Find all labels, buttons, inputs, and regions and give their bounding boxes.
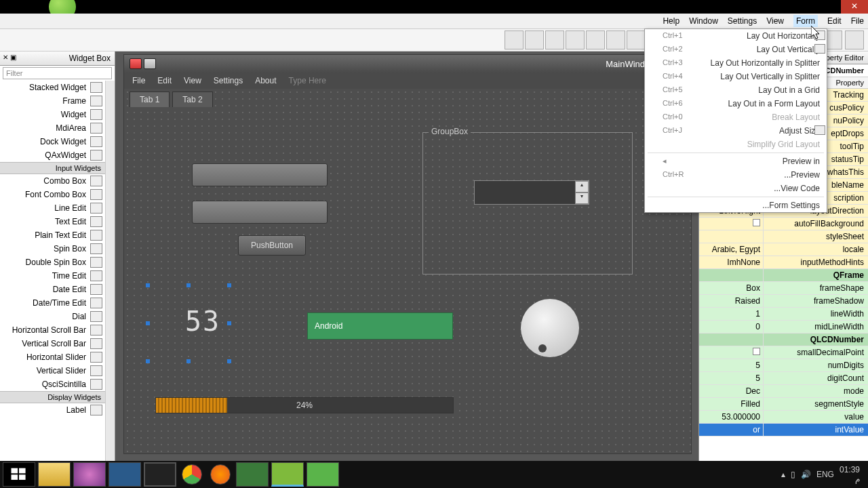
system-tray[interactable]: ▴ ▯ 🔊 ENG 01:39 م: [781, 465, 865, 484]
widget-item[interactable]: Horizontal Slider: [0, 350, 105, 364]
property-row[interactable]: 0midLineWidth: [699, 321, 868, 333]
open-form-icon[interactable]: [845, 30, 864, 49]
app-3-taskbar-icon[interactable]: [307, 462, 339, 487]
widget-box-scrollbar[interactable]: [105, 81, 115, 461]
layout-tool-4-icon[interactable]: [566, 30, 585, 49]
property-row[interactable]: 1lineWidth: [699, 308, 868, 321]
form-menu-item[interactable]: Ctrl+6Lay Out in a Form Layout: [645, 97, 827, 110]
widget-item[interactable]: Vertical Slider: [0, 364, 105, 378]
tray-volume-icon[interactable]: 🔊: [801, 470, 811, 479]
menu-file[interactable]: File: [851, 16, 864, 26]
property-row[interactable]: ImhNoneinputMethodHints: [699, 256, 868, 269]
menu-view[interactable]: View: [766, 16, 784, 26]
ide-taskbar-icon[interactable]: [108, 462, 141, 487]
design-canvas[interactable]: MainWindow - main. FileEditViewSettingsA…: [115, 52, 698, 461]
widget-item[interactable]: Combo Box: [0, 174, 105, 188]
firefox-taskbar-icon[interactable]: [210, 464, 231, 485]
form-menu-item[interactable]: Type Here: [289, 76, 326, 85]
qt-taskbar-icon[interactable]: [271, 462, 304, 487]
widget-item[interactable]: Date Edit: [0, 283, 105, 296]
form-min-button[interactable]: [144, 58, 156, 69]
lineedit-1[interactable]: [192, 163, 328, 186]
form-menu-item[interactable]: Ctrl+2Lay Out Vertically: [645, 43, 827, 56]
widget-item[interactable]: MdiArea: [0, 121, 105, 135]
form-tab[interactable]: Tab 2: [172, 92, 212, 107]
menu-form[interactable]: Form: [793, 15, 818, 27]
start-button[interactable]: [3, 462, 35, 487]
widget-item[interactable]: Text Edit: [0, 215, 105, 228]
form-menu-item[interactable]: File: [132, 76, 145, 85]
form-body[interactable]: Tab 1Tab 2 PushButton GroupBox ▴ ▾: [124, 89, 691, 453]
widget-item[interactable]: Label: [0, 403, 105, 417]
layout-tool-5-icon[interactable]: [586, 30, 605, 49]
layout-tool-1-icon[interactable]: [505, 30, 524, 49]
android-button[interactable]: Android: [307, 312, 453, 340]
property-row[interactable]: orintValue: [699, 424, 868, 436]
property-row[interactable]: styleSheet: [699, 230, 868, 243]
widget-category-display[interactable]: Display Widgets: [0, 391, 105, 403]
property-row[interactable]: Arabic, Egyptlocale: [699, 243, 868, 256]
spinbox-down-button[interactable]: ▾: [575, 192, 589, 204]
menu-window[interactable]: Window: [689, 16, 718, 26]
form-menu-item[interactable]: Edit: [157, 76, 172, 85]
widget-item[interactable]: Spin Box: [0, 242, 105, 256]
property-row[interactable]: Decmode: [699, 385, 868, 398]
form-menu-item[interactable]: Ctrl+5Lay Out in a Grid: [645, 83, 827, 97]
window-close-button[interactable]: ✕: [841, 0, 868, 14]
form-menu-item[interactable]: Ctrl+R...Preview: [645, 168, 827, 182]
spinbox-input[interactable]: [475, 181, 575, 204]
property-row[interactable]: 5numDigits: [699, 359, 868, 372]
spinbox[interactable]: ▴ ▾: [474, 180, 589, 205]
form-menu-item[interactable]: Settings: [214, 76, 243, 85]
layout-tool-6-icon[interactable]: [606, 30, 625, 49]
property-row[interactable]: 5digitCount: [699, 372, 868, 385]
groupbox[interactable]: GroupBox ▴ ▾: [422, 132, 633, 274]
tray-up-icon[interactable]: ▴: [781, 470, 785, 479]
widget-item[interactable]: Line Edit: [0, 201, 105, 215]
widget-item[interactable]: Plain Text Edit: [0, 228, 105, 242]
form-menu-item[interactable]: ...View Code: [645, 182, 827, 195]
tray-action-center-icon[interactable]: ▯: [791, 470, 795, 479]
dial-widget[interactable]: [521, 299, 579, 357]
property-row[interactable]: 53.000000value: [699, 411, 868, 424]
layout-tool-3-icon[interactable]: [545, 30, 564, 49]
layout-tool-7-icon[interactable]: [627, 30, 646, 49]
widget-item[interactable]: Time Edit: [0, 269, 105, 283]
property-row[interactable]: autoFillBackground: [699, 218, 868, 230]
property-row[interactable]: BoxframeShape: [699, 282, 868, 295]
property-row[interactable]: RaisedframeShadow: [699, 295, 868, 308]
widget-item[interactable]: Double Spin Box: [0, 256, 105, 269]
menu-edit[interactable]: Edit: [827, 16, 842, 26]
widget-item[interactable]: QsciScintilla: [0, 378, 105, 391]
property-row[interactable]: smallDecimalPoint: [699, 346, 868, 359]
form-menu-item[interactable]: Ctrl+4Lay Out Vertically in Splitter: [645, 70, 827, 83]
widget-box-close-icon[interactable]: ✕ ▣: [3, 54, 16, 61]
widget-item[interactable]: Font Combo Box: [0, 188, 105, 201]
widget-item[interactable]: Date/Time Edit: [0, 296, 105, 310]
widget-item[interactable]: Horizontal Scroll Bar: [0, 323, 105, 337]
form-close-button[interactable]: [130, 58, 142, 69]
spinbox-up-button[interactable]: ▴: [575, 181, 589, 192]
layout-tool-2-icon[interactable]: [525, 30, 544, 49]
form-menu-item[interactable]: About: [255, 76, 276, 85]
lcd-number-widget[interactable]: 53: [185, 306, 220, 337]
form-menu-item[interactable]: ◂Preview in: [645, 155, 827, 168]
progress-bar[interactable]: 24%: [155, 397, 454, 413]
widget-item[interactable]: Widget: [0, 108, 105, 121]
form-menu-item[interactable]: Ctrl+1Lay Out Horizontally: [645, 29, 827, 43]
pushbutton[interactable]: PushButton: [238, 235, 306, 256]
form-menu-item[interactable]: View: [184, 76, 201, 85]
widget-item[interactable]: Dock Widget: [0, 135, 105, 148]
form-menu-item[interactable]: Ctrl+JAdjust Size: [645, 124, 827, 138]
widget-item[interactable]: Stacked Widget: [0, 81, 105, 94]
widget-box-filter-input[interactable]: Filter: [3, 67, 112, 79]
widget-item[interactable]: Dial: [0, 310, 105, 323]
browser-1-taskbar-icon[interactable]: [73, 462, 106, 487]
explorer-taskbar-icon[interactable]: [38, 462, 71, 487]
widget-category-input[interactable]: Input Widgets: [0, 162, 105, 174]
lineedit-2[interactable]: [192, 201, 328, 224]
form-menu-item[interactable]: Ctrl+3Lay Out Horizontally in Splitter: [645, 56, 827, 70]
form-menu-item[interactable]: ...Form Settings: [645, 199, 827, 212]
chrome-taskbar-icon[interactable]: [182, 464, 202, 485]
menu-settings[interactable]: Settings: [728, 16, 757, 26]
